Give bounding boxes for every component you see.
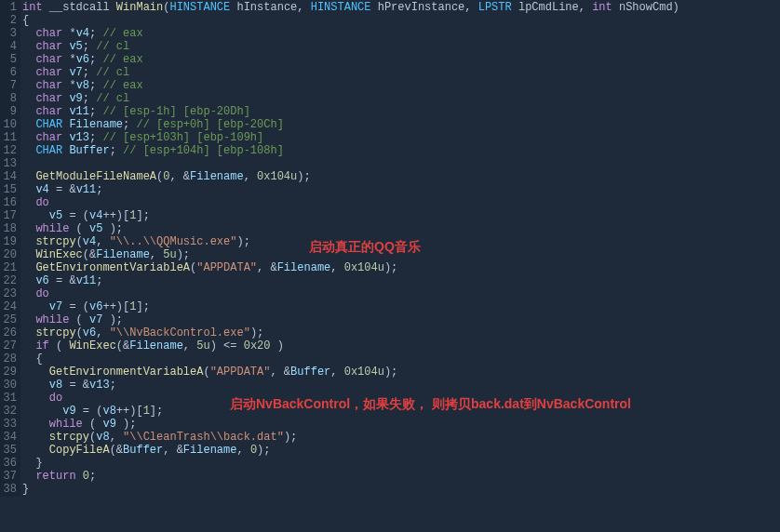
line-number: 19: [2, 235, 17, 248]
code-line: v5 = (v4++)[1];: [22, 209, 780, 222]
annotation-nvbackcontrol: 启动NvBackControl，如果失败， 则拷贝back.dat到NvBack…: [230, 397, 631, 410]
code-line: v8 = &v13;: [22, 379, 780, 392]
code-line: char v7; // cl: [22, 66, 780, 79]
line-number: 16: [2, 196, 17, 209]
code-line: [22, 157, 780, 170]
line-number: 8: [2, 92, 17, 105]
code-line: char v11; // [esp-1h] [ebp-20Dh]: [22, 105, 780, 118]
code-line: CopyFileA(&Buffer, &Filename, 0);: [22, 444, 780, 457]
code-line: }: [22, 483, 780, 496]
code-line: do: [22, 196, 780, 209]
line-number: 7: [2, 79, 17, 92]
code-line: char v9; // cl: [22, 92, 780, 105]
line-number: 29: [2, 366, 17, 379]
line-number: 2: [2, 14, 17, 27]
line-number-gutter: 1 2 3 4 5 6 7 8 9 10 11 12 13 14 15 16 1…: [0, 0, 20, 497]
code-line: v6 = &v11;: [22, 274, 780, 287]
line-number: 3: [2, 27, 17, 40]
line-number: 13: [2, 157, 17, 170]
line-number: 17: [2, 209, 17, 222]
line-number: 20: [2, 248, 17, 261]
code-line: {: [22, 352, 780, 366]
line-number: 28: [2, 352, 17, 366]
code-line: char v5; // cl: [22, 40, 780, 53]
code-line: GetEnvironmentVariableA("APPDATA", &File…: [22, 261, 780, 274]
line-number: 1: [2, 1, 17, 14]
code-line: GetEnvironmentVariableA("APPDATA", &Buff…: [22, 366, 780, 379]
line-number: 21: [2, 261, 17, 274]
code-line: char *v8; // eax: [22, 79, 780, 92]
line-number: 26: [2, 326, 17, 339]
line-number: 35: [2, 444, 17, 457]
code-line: }: [22, 457, 780, 470]
line-number: 12: [2, 144, 17, 157]
code-line: char *v4; // eax: [22, 27, 780, 40]
annotation-qqmusic: 启动真正的QQ音乐: [309, 240, 421, 253]
line-number: 34: [2, 431, 17, 444]
code-line: char *v6; // eax: [22, 53, 780, 66]
code-editor: 1 2 3 4 5 6 7 8 9 10 11 12 13 14 15 16 1…: [0, 0, 780, 497]
code-line: GetModuleFileNameA(0, &Filename, 0x104u)…: [22, 170, 780, 183]
line-number: 14: [2, 170, 17, 183]
code-line: strcpy(v8, "\\CleanTrash\\back.dat");: [22, 431, 780, 444]
line-number: 32: [2, 405, 17, 418]
code-line: while ( v7 );: [22, 313, 780, 326]
line-number: 31: [2, 392, 17, 405]
code-line: if ( WinExec(&Filename, 5u) <= 0x20 ): [22, 339, 780, 352]
line-number: 18: [2, 222, 17, 235]
code-line: strcpy(v6, "\\NvBackControl.exe");: [22, 326, 780, 339]
code-line: return 0;: [22, 470, 780, 483]
line-number: 5: [2, 53, 17, 66]
code-line: CHAR Buffer; // [esp+104h] [ebp-108h]: [22, 144, 780, 157]
code-line: CHAR Filename; // [esp+0h] [ebp-20Ch]: [22, 118, 780, 131]
line-number: 25: [2, 313, 17, 326]
line-number: 27: [2, 339, 17, 352]
line-number: 9: [2, 105, 17, 118]
code-line: v7 = (v6++)[1];: [22, 300, 780, 313]
code-line: {: [22, 14, 780, 27]
line-number: 22: [2, 274, 17, 287]
code-line: char v13; // [esp+103h] [ebp-109h]: [22, 131, 780, 144]
code-content[interactable]: int __stdcall WinMain(HINSTANCE hInstanc…: [20, 0, 780, 497]
code-line: v4 = &v11;: [22, 183, 780, 196]
line-number: 11: [2, 131, 17, 144]
code-line: do: [22, 287, 780, 300]
line-number: 30: [2, 379, 17, 392]
line-number: 23: [2, 287, 17, 300]
code-line: int __stdcall WinMain(HINSTANCE hInstanc…: [22, 1, 780, 14]
code-line: while ( v9 );: [22, 418, 780, 431]
line-number: 38: [2, 483, 17, 496]
line-number: 36: [2, 457, 17, 470]
line-number: 10: [2, 118, 17, 131]
code-line: while ( v5 );: [22, 222, 780, 235]
line-number: 33: [2, 418, 17, 431]
line-number: 6: [2, 66, 17, 79]
line-number: 37: [2, 470, 17, 483]
line-number: 24: [2, 300, 17, 313]
line-number: 15: [2, 183, 17, 196]
line-number: 4: [2, 40, 17, 53]
